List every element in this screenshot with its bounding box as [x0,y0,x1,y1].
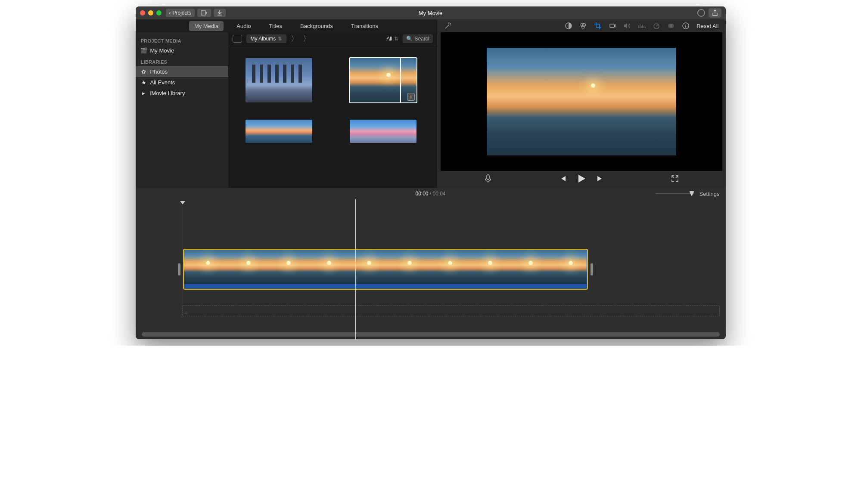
chevron-updown-icon: ⇅ [394,36,398,42]
media-thumbnail[interactable] [246,120,312,143]
next-button[interactable] [597,175,604,184]
share-button[interactable] [709,8,721,18]
timeline-body[interactable]: ♫ [136,199,726,339]
clip-filmstrip [184,250,587,284]
svg-rect-5 [610,24,614,28]
noise-reduction-icon[interactable] [638,22,646,30]
timeline-clip[interactable] [183,249,588,290]
play-button[interactable] [577,174,586,185]
media-thumbnail-selected[interactable]: + [350,58,417,102]
window-title: My Movie [419,10,443,16]
thumbnail-grid: + [228,45,437,188]
playhead-line[interactable] [355,199,356,339]
settings-button[interactable]: Settings [699,191,720,197]
sidebar: PROJECT MEDIA 🎬 My Movie LIBRARIES ✿ Pho… [136,32,228,188]
sidebar-label: Photos [150,68,168,75]
back-label: Projects [173,10,191,16]
search-placeholder: Search [415,36,429,42]
svg-point-8 [670,24,674,28]
skimmer-bar [400,58,401,102]
filter-label: All [386,36,392,42]
color-correction-icon[interactable] [579,22,587,30]
preview-image [487,48,676,155]
sidebar-label: My Movie [150,47,174,54]
media-thumbnail[interactable] [246,58,312,102]
search-input[interactable]: 🔍 Search [403,34,433,43]
enhance-icon[interactable] [444,22,452,30]
timeline-header: 00:00 / 00:04 Settings [136,188,726,199]
clapperboard-icon: 🎬 [141,48,147,54]
chevron-updown-icon: ⇅ [278,36,282,42]
fullscreen-button[interactable] [671,175,678,184]
reset-all-button[interactable]: Reset All [696,23,718,29]
tab-bar: My Media Audio Titles Backgrounds Transi… [136,19,437,32]
browser-toolbar: My Albums ⇅ 〉 〉 All ⇅ 🔍 Search [228,32,437,45]
sidebar-item-my-movie[interactable]: 🎬 My Movie [136,45,228,56]
timeline-pane: 00:00 / 00:04 Settings ♫ [136,188,726,339]
imovie-window: ‹ Projects My Movie My Media Audio Tit [136,6,726,339]
viewer-pane: Reset All [437,19,726,188]
titlebar: ‹ Projects My Movie [136,6,726,19]
svg-rect-0 [201,11,205,15]
sidebar-label: All Events [150,79,175,86]
import-button[interactable] [214,9,226,17]
preview-viewer[interactable] [441,32,722,171]
tab-titles[interactable]: Titles [264,21,288,31]
media-browser: My Albums ⇅ 〉 〉 All ⇅ 🔍 Search [228,32,437,188]
tab-audio[interactable]: Audio [231,21,256,31]
disclosure-icon: ▸ [141,90,147,96]
svg-rect-10 [487,175,489,179]
search-icon: 🔍 [406,36,413,42]
horizontal-scrollbar[interactable] [142,332,720,337]
album-dropdown[interactable]: My Albums ⇅ [246,34,287,43]
traffic-lights [140,10,162,15]
prev-button[interactable] [559,175,566,184]
duration: 00:04 [433,191,446,197]
inspector-toolbar: Reset All [437,19,726,32]
filter-dropdown[interactable]: All ⇅ [386,36,398,42]
sidebar-head-project: PROJECT MEDIA [136,35,228,45]
voiceover-button[interactable] [485,174,491,185]
activity-icon[interactable] [697,9,705,17]
sidebar-item-all-events[interactable]: ★ All Events [136,77,228,88]
zoom-slider[interactable] [656,193,694,194]
color-balance-icon[interactable] [565,22,572,30]
flower-icon: ✿ [141,69,147,75]
star-icon: ★ [141,80,147,86]
breadcrumb-chevron-icon: 〉 [303,34,311,44]
sidebar-head-libraries: LIBRARIES [136,56,228,66]
current-time: 00:00 [415,191,428,197]
clip-trim-handle-right[interactable] [591,263,593,275]
sidebar-toggle-icon[interactable] [233,35,242,43]
timecode: 00:00 / 00:04 [415,191,445,197]
add-to-timeline-button[interactable]: + [407,93,415,101]
timeline-start-line [182,204,182,318]
clip-trim-handle-left[interactable] [178,263,180,275]
info-icon[interactable] [682,22,690,30]
volume-icon[interactable] [623,22,631,30]
crop-icon[interactable] [594,22,602,30]
chevron-left-icon: ‹ [169,10,171,16]
speed-icon[interactable] [653,22,660,30]
sidebar-label: iMovie Library [150,90,185,96]
clip-filter-icon[interactable] [667,22,675,30]
audio-drop-track[interactable]: ♫ [182,305,720,316]
minimize-icon[interactable] [148,10,153,15]
media-thumbnail[interactable] [350,120,417,143]
music-note-icon: ♫ [184,310,188,315]
tab-my-media[interactable]: My Media [189,21,224,31]
playhead-icon[interactable] [180,201,185,204]
back-projects-button[interactable]: ‹ Projects [166,9,195,17]
media-import-button[interactable] [197,9,211,17]
transport-controls [437,171,726,188]
sidebar-item-imovie-library[interactable]: ▸ iMovie Library [136,88,228,99]
stabilization-icon[interactable] [609,22,616,30]
breadcrumb-chevron-icon: 〉 [291,34,298,44]
media-pane: My Media Audio Titles Backgrounds Transi… [136,19,437,188]
tab-transitions[interactable]: Transitions [346,21,383,31]
close-icon[interactable] [140,10,145,15]
upper-pane: My Media Audio Titles Backgrounds Transi… [136,19,726,188]
tab-backgrounds[interactable]: Backgrounds [295,21,338,31]
maximize-icon[interactable] [156,10,162,15]
sidebar-item-photos[interactable]: ✿ Photos [136,66,228,77]
